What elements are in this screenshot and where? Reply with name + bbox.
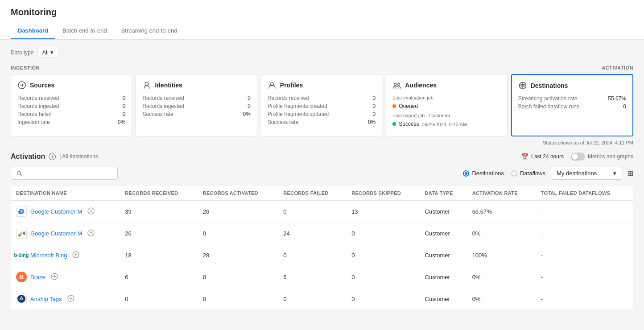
- tab-batch[interactable]: Batch end-to-end: [55, 23, 114, 39]
- profiles-row-label-2: Profile fragments updated: [268, 111, 363, 117]
- section-labels: INGESTION ACTIVATION: [11, 65, 633, 74]
- time-filter[interactable]: 📅 Last 24 hours: [521, 153, 564, 160]
- sources-title: Sources: [30, 82, 54, 89]
- success-dot: [392, 122, 396, 126]
- data-type-row: Data type All ▾: [11, 47, 633, 58]
- destinations-row-label-1: Batch failed dataflow runs: [518, 103, 603, 110]
- table-row: Google Customer M 26 0 24 0 Customer 0% …: [11, 223, 633, 244]
- records-skipped-cell: 0: [346, 266, 419, 288]
- total-failed-cell: -: [536, 244, 633, 266]
- destination-filter-select[interactable]: My destinations ▾: [551, 167, 622, 180]
- dest-name[interactable]: Microsoft Bing: [30, 252, 67, 259]
- cards-row: Sources Records received 0 Records inges…: [11, 74, 633, 136]
- dest-logo: [16, 228, 27, 239]
- table-row: b·bing Microsoft Bing 18 28 0 0 Customer…: [11, 244, 633, 266]
- col-data-type: DATA TYPE: [420, 186, 467, 201]
- identities-row-val-2: 0%: [243, 111, 250, 117]
- success-date: 06/26/2024, 8:13 AM: [422, 122, 467, 127]
- identities-title: Identities: [155, 82, 182, 89]
- col-destination-name: DESTINATION NAME: [11, 186, 120, 201]
- table-row: Google Customer M 39 26 0 13 Customer 66…: [11, 201, 633, 223]
- destinations-icon: [518, 81, 527, 90]
- table-row: B Braze 6 0 6 0 Customer 0% -: [11, 266, 633, 288]
- data-type-cell: Customer: [420, 288, 467, 310]
- data-type-cell: Customer: [420, 266, 467, 288]
- sources-card[interactable]: Sources Records received 0 Records inges…: [11, 74, 132, 136]
- data-type-select[interactable]: All ▾: [37, 47, 58, 58]
- radio-destinations[interactable]: Destinations: [463, 170, 504, 177]
- filter-add-icon[interactable]: [67, 295, 74, 303]
- audiences-card[interactable]: Audiences Last evaluation job Queued Las…: [386, 74, 507, 136]
- table-body: Google Customer M 39 26 0 13 Customer 66…: [11, 201, 633, 310]
- chevron-down-icon: ▾: [50, 49, 54, 56]
- filter-add-icon[interactable]: [87, 229, 95, 238]
- destinations-rows: Streaming activation rate 55.67% Batch f…: [518, 95, 626, 110]
- audiences-icon: [392, 81, 401, 90]
- records-skipped-cell: 13: [346, 201, 419, 223]
- identities-row-label-0: Records received: [142, 95, 237, 101]
- col-records-received: RECORDS RECEIVED: [120, 186, 197, 201]
- activation-title-text: Activation: [11, 153, 45, 161]
- records-received-cell: 0: [120, 288, 197, 310]
- dest-cell: B Braze: [16, 272, 114, 282]
- dest-cell: Google Customer M: [16, 206, 114, 217]
- info-icon[interactable]: i: [49, 153, 56, 160]
- search-input[interactable]: [26, 170, 112, 177]
- activation-label: ACTIVATION: [602, 65, 633, 70]
- filter-add-icon[interactable]: [87, 207, 95, 216]
- profiles-icon: [268, 81, 277, 90]
- activation-rate-cell: 0%: [467, 288, 536, 310]
- tab-dashboard[interactable]: Dashboard: [11, 23, 55, 39]
- svg-point-3: [398, 83, 400, 86]
- identities-card[interactable]: Identities Records received 0 Records in…: [136, 74, 257, 136]
- records-activated-cell: 0: [198, 288, 278, 310]
- search-box[interactable]: [11, 167, 118, 180]
- profiles-title: Profiles: [280, 82, 303, 89]
- table-header-row: DESTINATION NAME RECORDS RECEIVED RECORD…: [11, 186, 633, 201]
- tab-streaming[interactable]: Streaming end-to-end: [114, 23, 185, 39]
- col-records-failed: RECORDS FAILED: [278, 186, 346, 201]
- audiences-card-header: Audiences: [392, 81, 500, 90]
- sources-row-val-1: 0: [118, 103, 125, 109]
- filter-add-icon[interactable]: [72, 251, 79, 260]
- radio-dataflows[interactable]: Dataflows: [511, 170, 545, 177]
- grid-view-icon[interactable]: ⊞: [627, 169, 633, 177]
- dest-name-cell: Google Customer M: [11, 223, 120, 244]
- destinations-row-val-1: 0: [608, 103, 626, 110]
- data-type-cell: Customer: [420, 201, 467, 223]
- queued-label: Queued: [399, 103, 418, 109]
- chevron-down-icon-dest: ▾: [613, 170, 616, 177]
- dest-name[interactable]: Braze: [30, 274, 45, 280]
- activation-title: Activation i: [11, 153, 56, 161]
- sources-row-label-0: Records received: [17, 95, 112, 101]
- search-icon: [17, 170, 22, 177]
- radio-dataflows-label: Dataflows: [520, 170, 545, 177]
- activation-rate-cell: 0%: [467, 266, 536, 288]
- destinations-card[interactable]: Destinations Streaming activation rate 5…: [511, 74, 633, 136]
- dest-name-cell: B Braze: [11, 266, 120, 288]
- data-type-cell: Customer: [420, 223, 467, 244]
- profiles-row-val-3: 0%: [368, 119, 376, 125]
- dest-name[interactable]: Google Customer M: [30, 230, 82, 237]
- profiles-card[interactable]: Profiles Records received 0 Profile frag…: [261, 74, 382, 136]
- total-failed-cell: -: [536, 201, 633, 223]
- metrics-toggle-label: Metrics and graphs: [588, 153, 633, 160]
- all-destinations-label: | All destinations: [59, 153, 98, 160]
- sources-rows: Records received 0 Records ingested 0 Re…: [17, 95, 125, 125]
- metrics-toggle-switch[interactable]: [571, 153, 585, 161]
- records-failed-cell: 0: [278, 244, 346, 266]
- dest-logo: [16, 293, 27, 304]
- ingestion-label: INGESTION: [11, 65, 40, 70]
- activation-rate-cell: 0%: [467, 223, 536, 244]
- page-header: Monitoring Dashboard Batch end-to-end St…: [0, 0, 644, 40]
- sources-icon: [17, 81, 26, 90]
- destinations-title: Destinations: [531, 82, 568, 89]
- identities-row-label-2: Success rate: [142, 111, 237, 117]
- profiles-row-val-1: 0: [368, 103, 376, 109]
- dest-logo: B: [16, 272, 27, 282]
- dest-name[interactable]: Google Customer M: [30, 208, 82, 215]
- sources-card-header: Sources: [17, 81, 125, 90]
- filter-add-icon[interactable]: [51, 273, 58, 281]
- dest-name-cell: b·bing Microsoft Bing: [11, 244, 120, 266]
- dest-name[interactable]: Airship Tags: [30, 296, 62, 302]
